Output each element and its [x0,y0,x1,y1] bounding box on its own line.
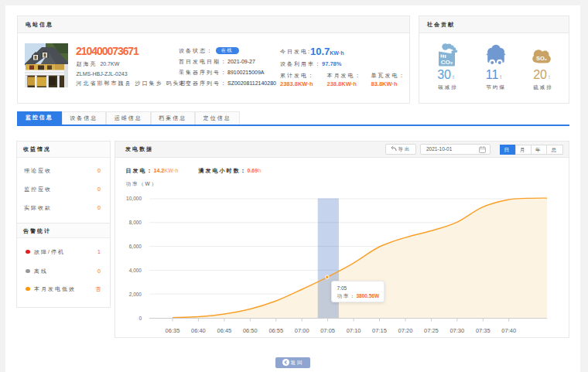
svg-text:07:15: 07:15 [372,327,387,334]
svg-text:6,000: 6,000 [129,244,142,249]
svg-text:06:40: 06:40 [191,327,206,334]
svg-text:06:50: 06:50 [243,327,258,334]
svg-text:07:20: 07:20 [398,327,413,334]
svg-text:2,000: 2,000 [129,292,142,297]
svg-text:4,000: 4,000 [129,268,142,273]
svg-text:06:55: 06:55 [268,327,283,334]
svg-text:0: 0 [138,316,142,321]
svg-text:8,000: 8,000 [129,220,142,225]
svg-text:06:45: 06:45 [217,327,232,334]
svg-text:07:00: 07:00 [295,327,309,334]
svg-text:06:35: 06:35 [166,327,180,334]
svg-text:07:05: 07:05 [320,327,335,334]
svg-text:CO₂: CO₂ [441,59,453,66]
svg-text:07:30: 07:30 [450,327,464,334]
svg-text:07:35: 07:35 [476,327,491,334]
svg-text:07:10: 07:10 [347,327,361,334]
svg-text:10,000: 10,000 [126,196,142,201]
svg-text:SO₂: SO₂ [536,54,547,61]
svg-text:07:25: 07:25 [424,327,439,334]
svg-text:07:40: 07:40 [501,327,516,334]
